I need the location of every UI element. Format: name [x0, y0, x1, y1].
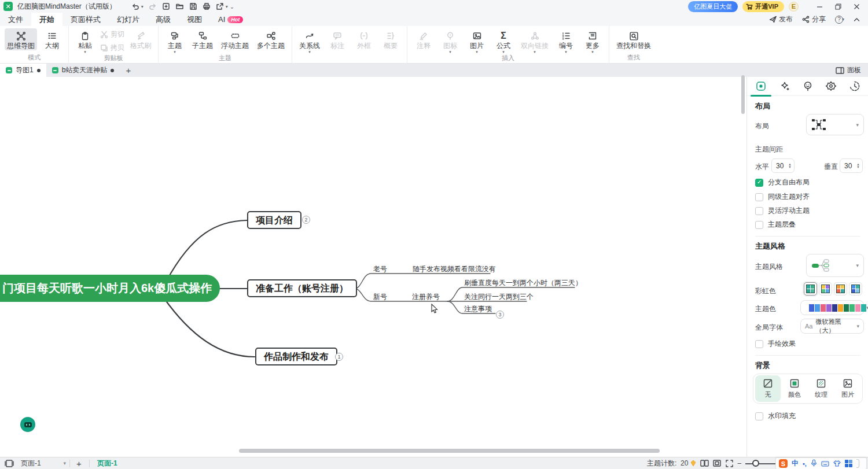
ime-bar-handle[interactable]: [856, 459, 859, 468]
horizontal-spacing-input[interactable]: 30 ▲▼: [771, 158, 795, 173]
fullscreen-button[interactable]: [726, 457, 733, 469]
menu-home[interactable]: 开始: [31, 13, 62, 26]
bg-option-none[interactable]: 无: [755, 375, 781, 402]
export-button[interactable]: [216, 2, 224, 10]
topic-intro[interactable]: 项目介绍: [247, 211, 301, 229]
subtopic-button[interactable]: 子主题: [190, 28, 215, 50]
menu-file[interactable]: 文件: [0, 13, 31, 26]
callout-button[interactable]: 标注: [326, 28, 349, 50]
ai-assistant-button[interactable]: [20, 417, 35, 432]
topic-button[interactable]: 主题 ▾: [163, 28, 186, 54]
spinner-arrows[interactable]: ▲▼: [856, 163, 862, 169]
doc-tab-1[interactable]: 导图1: [0, 64, 46, 77]
toolbar-more-caret[interactable]: ⌄: [230, 3, 234, 10]
promo-badge[interactable]: 亿图夏日大促: [688, 1, 738, 12]
page-panel-toggle[interactable]: [5, 457, 14, 469]
user-avatar[interactable]: E: [789, 2, 799, 12]
more-insert-button[interactable]: 更多 ▾: [581, 28, 604, 54]
menu-ai[interactable]: AI Hot: [210, 13, 251, 26]
open-file-button[interactable]: [175, 2, 184, 10]
bg-option-image[interactable]: 图片: [835, 375, 860, 402]
topic-prep[interactable]: 准备工作（账号注册）: [247, 279, 357, 297]
ime-keyboard-icon[interactable]: [821, 459, 829, 469]
tab-icon-marker[interactable]: [799, 77, 816, 95]
ime-mic-icon[interactable]: [811, 459, 817, 469]
undo-dropdown-caret[interactable]: ▾: [141, 4, 144, 9]
paste-button[interactable]: 粘贴 ▾: [73, 28, 97, 54]
add-page-button[interactable]: +: [76, 457, 82, 469]
relation-line-button[interactable]: 关系线 ▾: [297, 28, 322, 54]
page-view-button[interactable]: [700, 457, 709, 469]
rainbow-option-3[interactable]: [834, 282, 847, 296]
undo-button[interactable]: [131, 2, 139, 10]
icon-marker-button[interactable]: 图标 ▾: [439, 28, 462, 54]
checkbox-sibling-align[interactable]: 同级主题对齐: [755, 192, 810, 202]
zoom-slider-thumb[interactable]: [752, 460, 759, 467]
restore-button[interactable]: [830, 1, 846, 12]
page-tab-1[interactable]: 页面-1: [97, 457, 117, 469]
collapse-ribbon-button[interactable]: [854, 17, 860, 22]
collapse-badge-notes[interactable]: 3: [496, 311, 504, 319]
comment-button[interactable]: 注释: [412, 28, 435, 50]
topic-reg-task1[interactable]: 刷垂直度每天一到两个小时（两三天）: [464, 278, 582, 288]
collapse-badge-publish[interactable]: 1: [335, 353, 343, 361]
tab-layout-style[interactable]: [752, 77, 770, 95]
menu-slideshow[interactable]: 幻灯片: [109, 13, 148, 26]
panel-toggle-button[interactable]: 面板: [836, 65, 868, 75]
format-painter-button[interactable]: 格式刷: [128, 28, 153, 50]
topic-reg-task2[interactable]: 关注同行一天两到三个: [464, 292, 534, 302]
checkbox-free-layout[interactable]: 分支自由布局: [755, 178, 810, 187]
rainbow-option-4[interactable]: [849, 282, 862, 296]
print-button[interactable]: [203, 2, 211, 10]
checkbox-topic-overlap[interactable]: 主题层叠: [755, 220, 796, 230]
rainbow-option-2[interactable]: [819, 282, 832, 296]
zoom-out-button[interactable]: −: [737, 457, 742, 469]
link-button[interactable]: 双向链接 ▾: [518, 28, 551, 54]
menu-page-style[interactable]: 页面样式: [62, 13, 109, 26]
floating-topic-button[interactable]: 浮动主题: [219, 28, 251, 50]
horizontal-scrollbar[interactable]: [239, 449, 660, 453]
bg-option-texture[interactable]: 纹理: [808, 375, 834, 402]
zoom-slider-track[interactable]: [745, 463, 779, 464]
rainbow-option-1[interactable]: [804, 282, 817, 296]
numbering-button[interactable]: 编号 ▾: [554, 28, 578, 54]
menu-advanced[interactable]: 高级: [148, 13, 179, 26]
ime-language-toggle[interactable]: 中: [792, 459, 799, 468]
formula-button[interactable]: Σ 公式 ▾: [492, 28, 515, 54]
fit-page-button[interactable]: [713, 457, 721, 469]
export-dropdown-caret[interactable]: ▾: [226, 4, 228, 9]
topic-publish[interactable]: 作品制作和发布: [255, 348, 337, 365]
vertical-scrollbar[interactable]: [741, 75, 745, 114]
add-document-tab-button[interactable]: +: [120, 65, 137, 75]
tab-ai-style[interactable]: [776, 77, 793, 95]
picture-button[interactable]: 图片 ▾: [465, 28, 488, 54]
copy-button[interactable]: 拷贝: [100, 43, 124, 53]
ime-toolbox-icon[interactable]: [845, 460, 852, 467]
redo-button[interactable]: [149, 2, 157, 10]
bg-option-color[interactable]: 颜色: [782, 375, 807, 402]
topic-reg-task3[interactable]: 注意事项: [464, 304, 492, 314]
checkbox-handdrawn[interactable]: 手绘效果: [755, 339, 796, 349]
summary-button[interactable]: 概要: [379, 28, 402, 50]
close-button[interactable]: [848, 1, 865, 12]
page-select-dropdown[interactable]: 页面-1▾: [21, 457, 66, 469]
ime-skin-icon[interactable]: [833, 459, 841, 469]
layout-dropdown[interactable]: ▾: [806, 114, 864, 135]
ime-logo-icon[interactable]: S: [779, 459, 788, 468]
vertical-spacing-input[interactable]: 30 ▲▼: [840, 158, 863, 173]
publish-button[interactable]: 发布: [769, 14, 793, 24]
mindmap-mode-button[interactable]: 思维导图: [5, 28, 37, 50]
ime-punctuation-toggle[interactable]: •,: [803, 460, 807, 467]
global-font-dropdown[interactable]: Aa 微软雅黑（大） ▾: [800, 319, 864, 334]
theme-color-dropdown[interactable]: ▾: [800, 300, 864, 315]
collapse-badge-intro[interactable]: 2: [302, 216, 310, 224]
multiple-topics-button[interactable]: 多个主题: [255, 28, 287, 50]
menu-view[interactable]: 视图: [179, 13, 210, 26]
spinner-arrows[interactable]: ▲▼: [788, 163, 794, 169]
topic-old-account[interactable]: 老号: [373, 264, 387, 274]
tab-clipart[interactable]: [822, 77, 840, 95]
doc-tab-2[interactable]: b站卖天涯神贴: [46, 64, 120, 77]
central-topic[interactable]: 门项目每天听歌一小时月入6k傻瓜式操作: [0, 275, 220, 302]
help-button[interactable]: ?▾: [835, 16, 844, 24]
cut-button[interactable]: 剪切: [100, 29, 124, 39]
